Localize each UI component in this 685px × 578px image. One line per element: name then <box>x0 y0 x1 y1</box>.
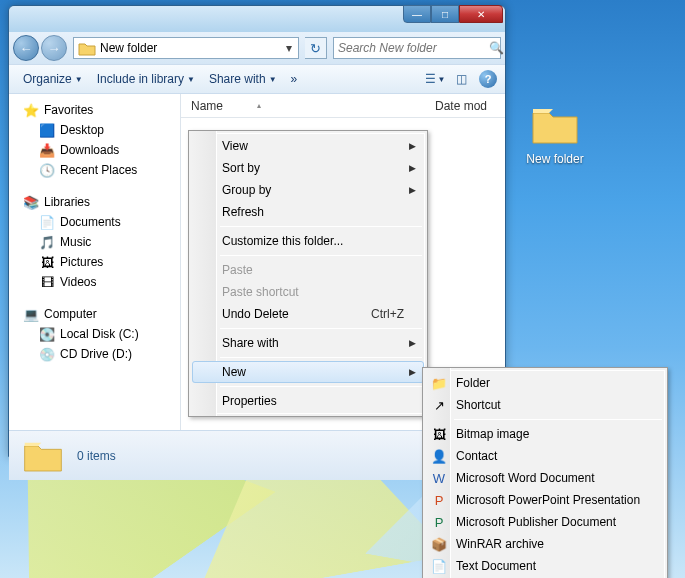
libraries-icon: 📚 <box>23 194 39 210</box>
folder-icon <box>23 439 63 473</box>
titlebar[interactable]: — □ ✕ <box>9 6 505 32</box>
address-dropdown[interactable]: ▾ <box>280 41 298 55</box>
menu-properties[interactable]: Properties <box>192 390 424 412</box>
menu-new-text[interactable]: 📄Text Document <box>426 555 664 577</box>
include-in-library-button[interactable]: Include in library▼ <box>91 69 201 89</box>
computer-icon: 💻 <box>23 306 39 322</box>
address-bar[interactable]: New folder ▾ <box>73 37 299 59</box>
maximize-button[interactable]: □ <box>431 5 459 23</box>
menu-separator <box>220 386 422 387</box>
desktop-folder-new[interactable]: New folder <box>515 105 595 166</box>
sidebar-videos[interactable]: 🎞Videos <box>9 272 180 292</box>
sidebar-music[interactable]: 🎵Music <box>9 232 180 252</box>
videos-icon: 🎞 <box>39 274 55 290</box>
forward-button[interactable]: → <box>41 35 67 61</box>
close-button[interactable]: ✕ <box>459 5 503 23</box>
documents-icon: 📄 <box>39 214 55 230</box>
bitmap-icon: 🖼 <box>431 426 447 442</box>
contact-icon: 👤 <box>431 448 447 464</box>
sidebar-computer[interactable]: 💻Computer <box>9 304 180 324</box>
share-with-button[interactable]: Share with▼ <box>203 69 283 89</box>
publisher-icon: P <box>431 514 447 530</box>
text-icon: 📄 <box>431 558 447 574</box>
menu-separator <box>220 357 422 358</box>
search-input[interactable] <box>338 41 489 55</box>
nav-bar: ← → New folder ▾ ↻ 🔍 <box>9 32 505 64</box>
help-button[interactable]: ? <box>479 70 497 88</box>
sidebar-downloads[interactable]: 📥Downloads <box>9 140 180 160</box>
recent-icon: 🕓 <box>39 162 55 178</box>
menu-new[interactable]: New▶ <box>192 361 424 383</box>
folder-icon: 📁 <box>431 375 447 391</box>
menu-new-bitmap[interactable]: 🖼Bitmap image <box>426 423 664 445</box>
desktop-icon: 🟦 <box>39 122 55 138</box>
menu-customize[interactable]: Customize this folder... <box>192 230 424 252</box>
menu-separator <box>220 255 422 256</box>
menu-separator <box>454 419 662 420</box>
column-date[interactable]: Date mod <box>435 99 505 113</box>
winrar-icon: 📦 <box>431 536 447 552</box>
menu-share-with[interactable]: Share with▶ <box>192 332 424 354</box>
column-name[interactable]: Name▴ <box>191 99 435 113</box>
folder-icon <box>531 105 579 145</box>
downloads-icon: 📥 <box>39 142 55 158</box>
menu-separator <box>220 226 422 227</box>
menu-new-folder[interactable]: 📁Folder <box>426 372 664 394</box>
cd-icon: 💿 <box>39 346 55 362</box>
menu-separator <box>220 328 422 329</box>
folder-icon <box>78 40 96 56</box>
back-button[interactable]: ← <box>13 35 39 61</box>
menu-new-word[interactable]: WMicrosoft Word Document <box>426 467 664 489</box>
submenu-arrow-icon: ▶ <box>409 367 416 377</box>
shortcut-icon: ↗ <box>431 397 447 413</box>
organize-button[interactable]: Organize▼ <box>17 69 89 89</box>
sidebar-favorites[interactable]: ⭐Favorites <box>9 100 180 120</box>
sidebar-libraries[interactable]: 📚Libraries <box>9 192 180 212</box>
word-icon: W <box>431 470 447 486</box>
star-icon: ⭐ <box>23 102 39 118</box>
menu-undo-delete[interactable]: Undo DeleteCtrl+Z <box>192 303 424 325</box>
pictures-icon: 🖼 <box>39 254 55 270</box>
sidebar-cddrive[interactable]: 💿CD Drive (D:) <box>9 344 180 364</box>
column-headers: Name▴ Date mod <box>181 94 505 118</box>
menu-refresh[interactable]: Refresh <box>192 201 424 223</box>
menu-new-winrar[interactable]: 📦WinRAR archive <box>426 533 664 555</box>
toolbar-overflow[interactable]: » <box>285 69 304 89</box>
menu-new-ppt[interactable]: PMicrosoft PowerPoint Presentation <box>426 489 664 511</box>
desktop-folder-label: New folder <box>515 152 595 166</box>
menu-view[interactable]: View▶ <box>192 135 424 157</box>
menu-paste-shortcut: Paste shortcut <box>192 281 424 303</box>
disk-icon: 💽 <box>39 326 55 342</box>
powerpoint-icon: P <box>431 492 447 508</box>
status-text: 0 items <box>77 449 116 463</box>
music-icon: 🎵 <box>39 234 55 250</box>
menu-hotkey: Ctrl+Z <box>371 307 404 321</box>
sidebar-pictures[interactable]: 🖼Pictures <box>9 252 180 272</box>
nav-sidebar: ⭐Favorites 🟦Desktop 📥Downloads 🕓Recent P… <box>9 94 181 430</box>
sort-indicator-icon: ▴ <box>257 101 261 110</box>
toolbar: Organize▼ Include in library▼ Share with… <box>9 64 505 94</box>
context-menu-main: View▶ Sort by▶ Group by▶ Refresh Customi… <box>188 130 428 417</box>
sidebar-documents[interactable]: 📄Documents <box>9 212 180 232</box>
menu-groupby[interactable]: Group by▶ <box>192 179 424 201</box>
menu-paste: Paste <box>192 259 424 281</box>
search-box[interactable]: 🔍 <box>333 37 501 59</box>
search-icon: 🔍 <box>489 41 504 55</box>
submenu-arrow-icon: ▶ <box>409 338 416 348</box>
preview-pane-button[interactable]: ◫ <box>449 68 473 90</box>
menu-new-publisher[interactable]: PMicrosoft Publisher Document <box>426 511 664 533</box>
submenu-arrow-icon: ▶ <box>409 141 416 151</box>
context-menu-new: 📁Folder ↗Shortcut 🖼Bitmap image 👤Contact… <box>422 367 668 578</box>
sidebar-recent[interactable]: 🕓Recent Places <box>9 160 180 180</box>
sidebar-localdisk[interactable]: 💽Local Disk (C:) <box>9 324 180 344</box>
submenu-arrow-icon: ▶ <box>409 163 416 173</box>
address-text: New folder <box>100 41 280 55</box>
sidebar-desktop[interactable]: 🟦Desktop <box>9 120 180 140</box>
minimize-button[interactable]: — <box>403 5 431 23</box>
view-options-button[interactable]: ☰▼ <box>423 68 447 90</box>
refresh-button[interactable]: ↻ <box>305 37 327 59</box>
submenu-arrow-icon: ▶ <box>409 185 416 195</box>
menu-new-shortcut[interactable]: ↗Shortcut <box>426 394 664 416</box>
menu-new-contact[interactable]: 👤Contact <box>426 445 664 467</box>
menu-sortby[interactable]: Sort by▶ <box>192 157 424 179</box>
